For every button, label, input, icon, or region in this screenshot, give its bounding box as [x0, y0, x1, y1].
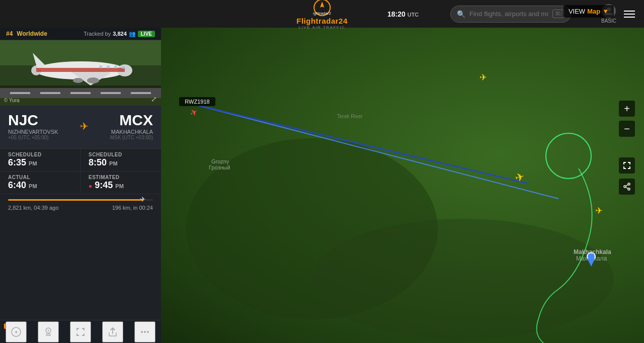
app-logo: flightradar24 Flightradar24 LIVE AIR TRA… — [296, 0, 348, 30]
photo-credit: © Yura — [4, 98, 20, 103]
fullscreen-button[interactable] — [70, 321, 91, 342]
svg-point-25 — [48, 329, 49, 331]
search-icon: 🔍 — [457, 10, 465, 18]
actual-dep-cell: ACTUAL 6:40 PM — [0, 172, 80, 194]
times-row-actual: ACTUAL 6:40 PM ESTIMATED ● 9:45 PM — [0, 172, 161, 194]
svg-text:RWZ1918: RWZ1918 — [185, 99, 209, 105]
svg-line-53 — [626, 187, 628, 189]
est-arr-time: 9:45 — [95, 180, 113, 190]
actual-dep-time: 6:40 — [8, 180, 26, 190]
scheduled-dep-value: 6:35 PM — [8, 157, 72, 168]
svg-point-19 — [107, 65, 110, 68]
times-row: SCHEDULED 6:35 PM SCHEDULED 8:50 PM — [0, 149, 161, 172]
user-label: BASIC — [601, 18, 616, 24]
svg-text:Грозный: Грозный — [209, 164, 230, 170]
svg-point-28 — [141, 331, 143, 333]
scheduled-dep-cell: SCHEDULED 6:35 PM — [0, 149, 80, 171]
flight-direction-icon: ✈ — [80, 120, 89, 132]
svg-text:Terek River: Terek River — [337, 114, 363, 119]
people-icon: 👥 — [129, 31, 136, 37]
svg-point-51 — [624, 186, 626, 188]
progress-bar-track: ✈ — [8, 199, 153, 201]
rank-bar: #4 Worldwide Tracked by 3,824 👥 LIVE — [0, 28, 161, 40]
svg-point-21 — [122, 66, 125, 69]
map-expand-button[interactable] — [619, 157, 635, 174]
svg-rect-17 — [36, 68, 125, 72]
tracked-by-label: Tracked by — [84, 31, 111, 37]
map-share-button[interactable] — [619, 179, 635, 195]
map-container[interactable]: ✈ ✈ ✈ ✈ RWZ1918 Grozny Грозный Makhachka… — [161, 28, 644, 343]
time-value: 18:20 — [387, 10, 406, 18]
svg-rect-10 — [101, 92, 121, 94]
timezone-label: UTC — [408, 12, 419, 18]
sched-arr-ampm: PM — [109, 160, 118, 166]
sched-arr-time: 8:50 — [89, 157, 107, 167]
progress-bar-fill — [8, 199, 143, 201]
origin-timezone: +05 (UTC +05:00) — [8, 135, 58, 140]
share-button[interactable] — [102, 321, 123, 342]
dest-name: MAKHACHKALA — [110, 129, 153, 135]
svg-point-18 — [99, 65, 102, 68]
rank-badge: #4 — [6, 30, 13, 37]
app-header: flightradar24 Flightradar24 LIVE AIR TRA… — [0, 0, 644, 28]
origin-block: NJC NIZHNEVARTOVSK +05 (UTC +05:00) — [8, 112, 58, 140]
logo-brand: Flightradar24 — [296, 17, 348, 25]
times-section: SCHEDULED 6:35 PM SCHEDULED 8:50 PM ACTU… — [0, 149, 161, 194]
view-map-button[interactable]: VIEW Map ▼ — [564, 5, 614, 18]
new-feature-button[interactable]: ✦ — [6, 321, 27, 342]
est-arr-ampm: PM — [115, 183, 124, 189]
svg-text:✈: ✈ — [595, 206, 603, 216]
svg-point-15 — [87, 77, 99, 83]
flight-sidebar: RWZ1918 WZ1918 SU95 ☆ ✕ flightradar24 Re… — [0, 0, 161, 343]
dest-block: MCX MAKHACHKALA MSK (UTC +03:00) — [110, 112, 153, 140]
actual-dep-value: 6:40 PM — [8, 180, 72, 191]
svg-rect-7 — [10, 92, 30, 94]
expand-icon[interactable]: ⤢ — [151, 95, 157, 103]
sched-dep-ampm: PM — [29, 160, 37, 166]
origin-code: NJC — [8, 112, 58, 129]
more-button[interactable] — [134, 321, 155, 342]
time-display: 18:20 UTC — [387, 10, 419, 18]
actual-dep-ampm: PM — [29, 183, 37, 189]
progress-left: 2,821 km, 04:39 ago — [8, 205, 58, 211]
logo-icon: flightradar24 — [313, 0, 331, 17]
scheduled-arr-cell: SCHEDULED 8:50 PM — [80, 149, 161, 171]
svg-text:✈: ✈ — [514, 170, 526, 185]
live-badge: LIVE — [138, 31, 155, 37]
svg-rect-11 — [131, 92, 151, 94]
svg-text:flightradar24: flightradar24 — [313, 11, 331, 16]
svg-point-30 — [147, 331, 149, 333]
origin-name: NIZHNEVARTOVSK — [8, 129, 58, 135]
svg-point-35 — [546, 133, 591, 179]
progress-info: 2,821 km, 04:39 ago 196 km, in 00:24 — [8, 205, 153, 211]
layers-button[interactable] — [38, 321, 59, 342]
plane-photo: © Yura ⤢ — [0, 40, 161, 106]
logo-subtitle: LIVE AIR TRAFFIC — [299, 25, 345, 30]
bottom-toolbar: NEW ✦ — [0, 320, 161, 343]
rank-scope: Worldwide — [17, 30, 47, 37]
menu-button[interactable] — [620, 7, 639, 22]
progress-plane-icon: ✈ — [140, 195, 146, 203]
svg-rect-8 — [40, 92, 60, 94]
map-zoom-out-button[interactable]: − — [619, 121, 635, 137]
estimated-arr-cell: ESTIMATED ● 9:45 PM — [80, 172, 161, 194]
tracker-count: 3,824 — [113, 31, 127, 37]
dest-timezone: MSK (UTC +03:00) — [110, 135, 153, 140]
svg-point-29 — [144, 331, 146, 333]
search-shortcut: ⌘/ — [552, 10, 565, 18]
progress-right: 196 km, in 00:24 — [112, 205, 153, 211]
tracked-info: Tracked by 3,824 👥 LIVE — [84, 31, 155, 37]
map-zoom-in-button[interactable]: + — [619, 101, 635, 117]
search-bar[interactable]: 🔍 ⌘/ — [450, 6, 571, 23]
plane-image-svg — [0, 40, 161, 106]
view-label: VIEW — [569, 8, 585, 15]
route-row: NJC NIZHNEVARTOVSK +05 (UTC +05:00) ✈ MC… — [8, 112, 153, 140]
search-input[interactable] — [469, 10, 548, 18]
svg-text:Grozny: Grozny — [211, 158, 229, 164]
chevron-down-icon: ▼ — [602, 8, 609, 15]
scheduled-arr-label: SCHEDULED — [89, 152, 153, 157]
actual-dep-label: ACTUAL — [8, 175, 72, 180]
svg-point-20 — [114, 65, 117, 68]
svg-rect-9 — [70, 92, 91, 94]
svg-text:✈: ✈ — [188, 106, 200, 119]
